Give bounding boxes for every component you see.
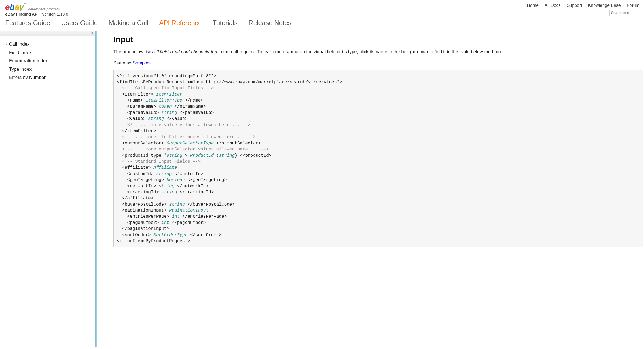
code-line: </sortOrder> bbox=[187, 233, 222, 238]
code-line: <productId type=" bbox=[117, 153, 166, 158]
nav-home[interactable]: Home bbox=[527, 3, 539, 8]
code-line: <customId> bbox=[117, 171, 156, 176]
type-link-string[interactable]: string bbox=[166, 153, 182, 158]
sidebar-item-label: Errors by Number bbox=[9, 73, 46, 82]
nav-knowledge-base[interactable]: Knowledge Base bbox=[588, 3, 621, 8]
code-line: <trackingId> bbox=[117, 190, 161, 195]
type-link-string[interactable]: string bbox=[159, 184, 175, 189]
code-line: <itemFilter> bbox=[117, 92, 156, 97]
samples-link[interactable]: Samples bbox=[133, 60, 151, 66]
tab-making-a-call[interactable]: Making a Call bbox=[109, 19, 148, 27]
code-line: <findItemsByProductRequest xmlns="http:/… bbox=[117, 80, 342, 85]
see-also-pre: See also bbox=[113, 60, 133, 66]
caret-right-icon: ▸ bbox=[6, 42, 8, 48]
sidebar-item-label: Type Index bbox=[9, 65, 32, 74]
type-link-string[interactable]: string bbox=[161, 190, 177, 195]
code-line: </name> bbox=[182, 98, 203, 103]
code-line: </paramName> bbox=[172, 104, 206, 109]
split-pane: × ▸ Call Index Field Index Enumeration I… bbox=[0, 31, 644, 347]
sidebar-item-field-index[interactable]: Field Index bbox=[6, 49, 95, 57]
type-link-sortordertype[interactable]: SortOrderType bbox=[153, 233, 187, 238]
type-link-paginationinput[interactable]: PaginationInput bbox=[169, 208, 208, 213]
code-line: <paramName> bbox=[117, 104, 159, 109]
code-line: ) </productId> bbox=[235, 153, 271, 158]
code-line: <outputSelector> bbox=[117, 141, 166, 146]
code-line: <sortOrder> bbox=[117, 233, 153, 238]
code-line: </trackingId> bbox=[177, 190, 214, 195]
sidebar-item-label: Call Index bbox=[9, 40, 30, 49]
top-bar: ebay™ developers program eBay Finding AP… bbox=[0, 0, 644, 16]
type-link-string[interactable]: string bbox=[169, 202, 185, 207]
sidebar-list: ▸ Call Index Field Index Enumeration Ind… bbox=[0, 36, 95, 82]
top-nav: Home All Docs Support Knowledge Base For… bbox=[527, 3, 639, 8]
code-line: "> bbox=[182, 153, 190, 158]
code-line: <pageNumber> bbox=[117, 220, 161, 225]
code-line: </itemFilter> bbox=[117, 129, 156, 134]
sidebar-item-type-index[interactable]: Type Index bbox=[6, 65, 95, 74]
code-line: </customId> bbox=[172, 171, 203, 176]
code-comment: <!-- ... more itemFilter nodes allowed h… bbox=[117, 135, 256, 140]
api-version: Version 1.13.0 bbox=[42, 12, 68, 16]
code-line: ( bbox=[214, 153, 219, 158]
nav-support[interactable]: Support bbox=[567, 3, 582, 8]
intro-paragraph: The box below lists all fields that coul… bbox=[113, 48, 644, 55]
intro-text-post: in the call request. To learn more about… bbox=[217, 49, 502, 54]
type-link-itemfiltertype[interactable]: ItemFilterType bbox=[146, 98, 182, 103]
nav-forum[interactable]: Forum bbox=[627, 3, 639, 8]
sidebar-header: × bbox=[0, 31, 95, 36]
type-link-string[interactable]: string bbox=[156, 171, 172, 176]
type-link-string[interactable]: string bbox=[161, 110, 177, 115]
close-icon[interactable]: × bbox=[91, 30, 94, 36]
content-area: Input The box below lists all fields tha… bbox=[97, 31, 644, 347]
page-title: Input bbox=[113, 35, 644, 44]
sidebar-item-label: Field Index bbox=[9, 49, 32, 57]
type-link-int[interactable]: int bbox=[172, 214, 180, 219]
tab-features-guide[interactable]: Features Guide bbox=[5, 19, 50, 27]
code-line: <paginationInput> bbox=[117, 208, 169, 213]
search-box bbox=[609, 10, 639, 16]
sidebar-item-errors-by-number[interactable]: Errors by Number bbox=[6, 73, 95, 82]
tab-tutorials[interactable]: Tutorials bbox=[213, 19, 237, 27]
type-link-itemfilter[interactable]: ItemFilter bbox=[156, 92, 182, 97]
type-link-affiliate[interactable]: Affiliate bbox=[153, 165, 177, 170]
code-line: </entriesPerPage> bbox=[180, 214, 227, 219]
see-also-line: See also Samples. bbox=[113, 60, 644, 66]
code-comment: <!-- Standard Input Fields --> bbox=[117, 159, 201, 164]
code-line: </paramValue> bbox=[177, 110, 214, 115]
code-line: <paramValue> bbox=[117, 110, 161, 115]
sidebar-item-label: Enumeration Index bbox=[9, 57, 48, 65]
nav-all-docs[interactable]: All Docs bbox=[545, 3, 561, 8]
api-name: eBay Finding API bbox=[5, 12, 39, 16]
type-link-int[interactable]: int bbox=[161, 220, 169, 225]
type-link-string[interactable]: string bbox=[219, 153, 235, 158]
tab-api-reference[interactable]: API Reference bbox=[159, 19, 202, 27]
intro-text-emphasis: all fields that could be included bbox=[154, 49, 217, 54]
brand-block: ebay™ developers program eBay Finding AP… bbox=[5, 3, 68, 16]
type-link-token[interactable]: token bbox=[159, 104, 172, 109]
code-comment: <!-- ... more outputSelector values allo… bbox=[117, 147, 269, 152]
code-line: <buyerPostalCode> bbox=[117, 202, 169, 207]
type-link-productid[interactable]: ProductId bbox=[190, 153, 214, 158]
code-line: <affiliate> bbox=[117, 165, 153, 170]
code-line: <networkId> bbox=[117, 184, 159, 189]
sidebar-item-enumeration-index[interactable]: Enumeration Index bbox=[6, 57, 95, 65]
code-line: </paginationInput> bbox=[117, 226, 169, 231]
api-title-line: eBay Finding API Version 1.13.0 bbox=[5, 12, 68, 16]
code-line: </networkId> bbox=[174, 184, 208, 189]
logo-subtitle: developers program bbox=[28, 7, 60, 11]
type-link-outputselectortype[interactable]: OutputSelectorType bbox=[166, 141, 214, 146]
sidebar-item-call-index[interactable]: ▸ Call Index bbox=[6, 40, 95, 49]
sidebar: × ▸ Call Index Field Index Enumeration I… bbox=[0, 31, 95, 347]
code-line: <geoTargeting> bbox=[117, 178, 166, 182]
type-link-boolean[interactable]: boolean bbox=[166, 178, 185, 182]
code-line: </value> bbox=[164, 116, 187, 121]
main-tabs: Features Guide Users Guide Making a Call… bbox=[0, 16, 644, 31]
code-comment: <!-- ... more value values allowed here … bbox=[117, 123, 251, 128]
code-line: </findItemsByProductRequest> bbox=[117, 239, 190, 244]
code-line: </buyerPostalCode> bbox=[185, 202, 235, 207]
type-link-string[interactable]: string bbox=[148, 116, 164, 121]
tab-users-guide[interactable]: Users Guide bbox=[61, 19, 97, 27]
tab-release-notes[interactable]: Release Notes bbox=[248, 19, 291, 27]
search-input[interactable] bbox=[609, 10, 639, 16]
code-line: </geoTargeting> bbox=[185, 178, 227, 182]
